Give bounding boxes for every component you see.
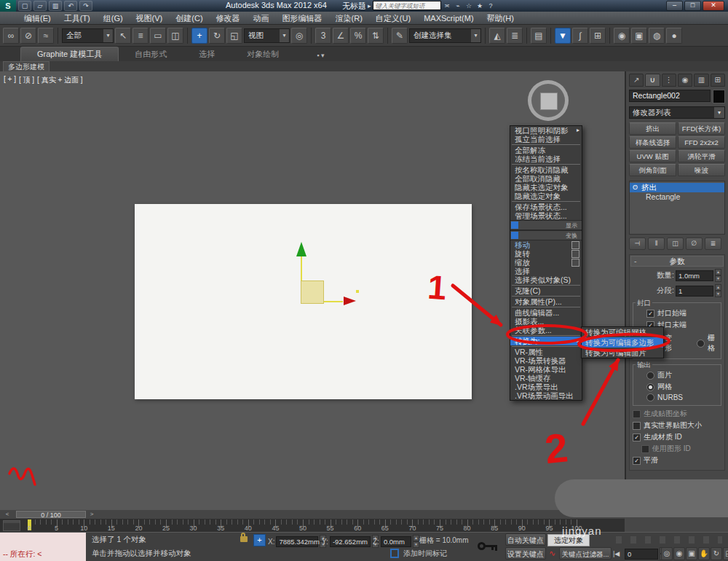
redo-icon[interactable]: ↷	[79, 1, 92, 11]
quad-menu-item[interactable]: 按名称取消隐藏	[510, 165, 582, 174]
wrench-icon[interactable]: ⌁	[454, 1, 463, 10]
align-icon[interactable]: ≣	[507, 28, 523, 44]
modifier-stack-row[interactable]: Rectangle	[630, 192, 724, 202]
amount-spinner[interactable]: ▲▼	[715, 269, 721, 282]
checkbox[interactable]	[633, 410, 641, 418]
quad-menu-item[interactable]: VR-网格体导出	[510, 365, 582, 374]
gizmo-y-axis-arrow[interactable]	[296, 242, 306, 256]
viewport-general-menu[interactable]: [ + ]	[4, 75, 16, 85]
quad-section-header[interactable]: 变换	[510, 230, 582, 240]
render-production-icon[interactable]: ●	[666, 28, 682, 44]
angle-snap-icon[interactable]: ∠	[333, 28, 349, 44]
object-name-field[interactable]: Rectangle002	[629, 90, 711, 102]
schematic-view-icon[interactable]: ⊞	[590, 28, 606, 44]
previous-frame-button[interactable]: <	[3, 511, 12, 518]
go-to-start-button[interactable]: |◀	[613, 548, 620, 560]
selection-lock-icon[interactable]	[240, 536, 248, 542]
checkbox[interactable]: ✓	[633, 457, 641, 465]
mirror-icon[interactable]: ◭	[489, 28, 505, 44]
dropdown-caret-icon[interactable]: ▾	[280, 29, 289, 42]
ribbon-tab[interactable]: 自由形式	[119, 47, 183, 61]
menubar-item[interactable]: 帮助(H)	[480, 12, 521, 25]
undo-icon[interactable]: ↶	[64, 1, 77, 11]
modifier-shortcut-button[interactable]: 样条线选择	[629, 136, 676, 149]
checkbox[interactable]: ✓	[646, 310, 654, 318]
select-and-move-icon[interactable]: +	[191, 28, 207, 44]
configure-modifier-sets-icon[interactable]: ≣	[705, 238, 721, 250]
select-and-link-icon[interactable]: ∞	[3, 28, 19, 44]
quad-menu-item[interactable]: 缩放	[510, 258, 582, 267]
quad-menu-item[interactable]: 隐藏选定对象	[510, 192, 582, 200]
menubar-item[interactable]: 图形编辑器	[276, 12, 329, 25]
quad-menu-item[interactable]: 全部解冻	[510, 146, 582, 154]
checkbox-row[interactable]: 使用图形 ID	[641, 444, 723, 454]
menubar-item[interactable]: 渲染(R)	[329, 12, 369, 25]
quad-menu-item[interactable]: 全部取消隐藏	[510, 174, 582, 183]
ribbon-minimize-icon[interactable]: ▪ ▾	[317, 52, 324, 61]
viewcube-face[interactable]	[540, 93, 558, 110]
modifier-shortcut-button[interactable]: UVW 贴图	[629, 150, 676, 162]
submenu-item[interactable]: 转换为可编辑面片	[582, 348, 663, 358]
maximize-viewport-toggle-icon[interactable]: ◱	[723, 547, 728, 560]
y-coordinate-field[interactable]: -92.652mm	[330, 536, 371, 547]
menubar-item[interactable]: 创建(C)	[169, 12, 209, 25]
radio-button[interactable]	[646, 383, 654, 391]
checkbox-row[interactable]: ✓封口始端	[646, 308, 718, 318]
graphite-ribbon-toggle-icon[interactable]: ▼	[555, 28, 571, 44]
named-selection-sets-dropdown[interactable]: 创建选择集▾	[409, 28, 481, 43]
radio-row[interactable]: NURBS	[646, 393, 718, 401]
reference-coordinate-system-dropdown[interactable]: 视图▾	[244, 28, 290, 43]
help-icon[interactable]: ?	[486, 1, 496, 10]
submenu-item[interactable]: 转换为可编辑多边形	[582, 337, 663, 348]
open-folder-icon[interactable]: ▱	[33, 1, 47, 11]
quad-menu-item[interactable]: 选择	[510, 267, 582, 275]
set-key-icon[interactable]	[478, 538, 499, 554]
radio-row[interactable]: 栅格	[697, 333, 716, 353]
tab-display[interactable]: ▥	[694, 74, 708, 87]
viewcube[interactable]	[528, 80, 569, 121]
parameters-rollout-header[interactable]: - 参数	[630, 256, 724, 267]
orbit-icon[interactable]: ↻	[711, 547, 722, 560]
rectangular-selection-region-icon[interactable]: ▭	[150, 28, 166, 44]
quad-menu-item[interactable]: 关联参数...	[510, 326, 582, 334]
scene-plane[interactable]	[135, 204, 472, 399]
modifier-shortcut-button[interactable]: 噪波	[678, 164, 725, 176]
visibility-bulb-icon[interactable]: ʘ	[633, 183, 641, 192]
ribbon-subtab-polygon-modeling[interactable]: 多边形建模	[3, 61, 50, 71]
quad-menu-item[interactable]: 对象属性(P)...	[510, 297, 582, 306]
modifier-shortcut-button[interactable]: 倒角剖面	[629, 164, 676, 176]
tab-utilities[interactable]: ⊞	[711, 74, 725, 87]
tab-create[interactable]: ↗	[629, 74, 644, 87]
search-input[interactable]	[373, 1, 441, 10]
quad-menu-item[interactable]: 旋转	[510, 249, 582, 258]
ribbon-tab[interactable]: 对象绘制	[231, 47, 295, 61]
radio-button[interactable]	[646, 393, 654, 401]
maxscript-listener-line[interactable]: -- 所在行: <	[0, 546, 86, 561]
pan-hand-icon[interactable]: ✋	[698, 547, 710, 560]
x-coordinate-field[interactable]: 7885.342mm	[276, 536, 318, 547]
dropdown-caret-icon[interactable]: ▾	[103, 29, 113, 42]
rectangle-object[interactable]	[301, 280, 324, 304]
quad-menu-item[interactable]: 孤立当前选择	[510, 135, 582, 144]
curve-editor-icon[interactable]: ∫	[572, 28, 588, 44]
select-object-icon[interactable]: ↖	[115, 28, 131, 44]
key-filters-button[interactable]: 关键点过滤器...	[559, 547, 612, 560]
keyboard-shortcut-override-icon[interactable]: ✎	[392, 28, 408, 44]
3dsmax-logo-icon[interactable]: S	[0, 0, 16, 12]
maximize-button[interactable]: □	[684, 1, 701, 11]
add-time-tag-button[interactable]: 添加时间标记	[403, 549, 447, 559]
checkbox[interactable]	[641, 445, 649, 453]
quad-menu-item[interactable]: VR-场景转换器	[510, 356, 582, 365]
viewport-shading-menu[interactable]: [ 真实 + 边面 ]	[37, 75, 83, 85]
time-slider-handle[interactable]: 0 / 100	[16, 511, 86, 518]
pin-stack-icon[interactable]: ⊣	[629, 238, 646, 250]
quad-section-header[interactable]: 显示	[510, 220, 582, 230]
quad-menu-item[interactable]: 视口照明和阴影▸	[510, 126, 582, 135]
radio-row[interactable]: 面片	[646, 370, 718, 380]
quad-menu-item[interactable]: 隐藏未选定对象	[510, 183, 582, 192]
modifier-list-dropdown[interactable]: 修改器列表 ▾	[629, 106, 725, 119]
select-by-name-icon[interactable]: ≡	[132, 28, 149, 44]
select-and-rotate-icon[interactable]: ↻	[209, 28, 225, 44]
make-unique-icon[interactable]: ◫	[667, 238, 684, 250]
current-frame-field[interactable]: 0	[625, 549, 658, 560]
